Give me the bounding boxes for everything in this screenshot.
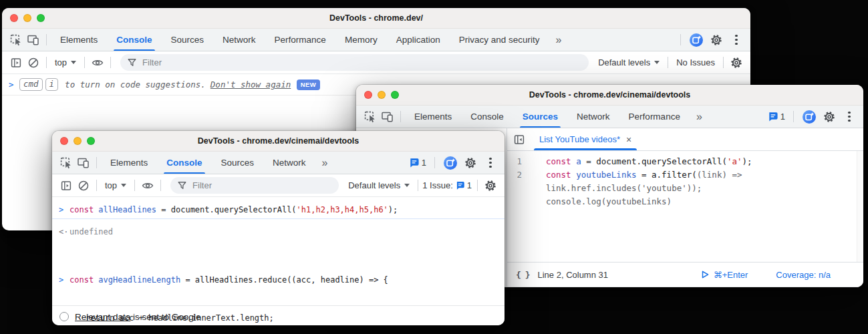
divider bbox=[793, 111, 794, 122]
console-input-entry: >const allHeadlines = document.querySele… bbox=[52, 201, 504, 219]
panel-tab-bar: Elements Console Sources Network Perform… bbox=[356, 106, 863, 128]
i-key: i bbox=[45, 78, 59, 91]
issues-status[interactable]: 1 Issue: 1 bbox=[422, 180, 472, 190]
filter-input[interactable]: Filter bbox=[170, 177, 339, 194]
filter-input[interactable]: Filter bbox=[120, 54, 589, 71]
divider bbox=[134, 180, 135, 191]
tab-privacy-security[interactable]: Privacy and security bbox=[458, 29, 541, 51]
tab-application[interactable]: Application bbox=[395, 29, 442, 51]
tab-console[interactable]: Console bbox=[469, 106, 505, 128]
console-settings-gear-icon[interactable] bbox=[482, 178, 499, 194]
tab-console[interactable]: Console bbox=[115, 29, 153, 51]
more-tabs-chevron-icon[interactable]: » bbox=[322, 157, 327, 169]
zoom-button[interactable] bbox=[87, 137, 95, 145]
device-toolbar-icon[interactable] bbox=[25, 32, 42, 48]
navigator-toggle-icon[interactable] bbox=[507, 128, 531, 150]
console-sidebar-icon[interactable] bbox=[7, 55, 25, 71]
issues-counter[interactable]: 1 bbox=[408, 157, 426, 168]
settings-gear-icon[interactable] bbox=[821, 109, 838, 125]
tab-performance[interactable]: Performance bbox=[627, 106, 682, 128]
divider bbox=[723, 57, 724, 68]
file-tab-strip: List YouTube videos* × bbox=[507, 128, 863, 151]
cmd-key: cmd bbox=[19, 78, 43, 91]
kebab-menu-icon[interactable] bbox=[841, 109, 858, 125]
close-button[interactable] bbox=[10, 14, 18, 22]
code-line: console.log(youtubeLinks) bbox=[507, 195, 863, 208]
tab-elements[interactable]: Elements bbox=[413, 106, 453, 128]
minimize-button[interactable] bbox=[74, 137, 82, 145]
traffic-lights bbox=[60, 131, 95, 151]
close-button[interactable] bbox=[60, 137, 68, 145]
hint-text: to turn on code suggestions. bbox=[65, 79, 206, 90]
filter-funnel-icon bbox=[127, 57, 137, 67]
context-selector[interactable]: top bbox=[55, 57, 76, 67]
tab-sources[interactable]: Sources bbox=[220, 152, 256, 174]
tab-console[interactable]: Console bbox=[165, 152, 203, 174]
file-tab-label: List YouTube videos* bbox=[539, 134, 620, 144]
issues-status[interactable]: No Issues bbox=[676, 57, 715, 67]
pretty-print-icon[interactable]: { } bbox=[516, 270, 529, 280]
live-expression-eye-icon[interactable] bbox=[89, 55, 106, 71]
device-toolbar-icon[interactable] bbox=[379, 109, 396, 125]
tab-sources[interactable]: Sources bbox=[170, 29, 206, 51]
device-toolbar-icon[interactable] bbox=[75, 155, 92, 171]
kebab-menu-icon[interactable] bbox=[482, 155, 499, 171]
ai-assistance-icon[interactable] bbox=[801, 109, 818, 125]
editor-pane: List YouTube videos* × 1const a = docume… bbox=[507, 128, 863, 287]
kebab-menu-icon[interactable] bbox=[728, 32, 745, 48]
title-bar[interactable]: DevTools - chrome.dev/ bbox=[2, 8, 750, 29]
filter-funnel-icon bbox=[177, 180, 187, 190]
log-levels-dropdown[interactable]: Default levels bbox=[598, 57, 660, 67]
zoom-button[interactable] bbox=[37, 14, 45, 22]
settings-gear-icon[interactable] bbox=[462, 155, 479, 171]
divider bbox=[477, 180, 478, 191]
chevron-down-icon bbox=[654, 61, 660, 64]
more-tabs-chevron-icon[interactable]: » bbox=[556, 34, 561, 46]
clear-console-icon[interactable] bbox=[75, 178, 92, 194]
minimize-button[interactable] bbox=[23, 14, 31, 22]
console-settings-gear-icon[interactable] bbox=[728, 55, 745, 71]
issues-counter[interactable]: 1 bbox=[767, 111, 785, 122]
tab-network[interactable]: Network bbox=[271, 152, 307, 174]
console-sidebar-icon[interactable] bbox=[57, 178, 75, 194]
code-editor[interactable]: 1const a = document.querySelectorAll('a'… bbox=[507, 151, 863, 262]
console-log[interactable]: >const allHeadlines = document.querySele… bbox=[52, 197, 504, 305]
run-snippet-button[interactable]: ⌘+Enter bbox=[702, 270, 748, 280]
context-selector[interactable]: top bbox=[105, 180, 126, 190]
tab-sources[interactable]: Sources bbox=[521, 106, 559, 128]
tab-memory[interactable]: Memory bbox=[343, 29, 379, 51]
file-tab-snippet[interactable]: List YouTube videos* × bbox=[531, 128, 639, 150]
coverage-link[interactable]: Coverage: n/a bbox=[776, 270, 831, 280]
scrollbar[interactable] bbox=[857, 151, 863, 262]
relevant-data-link[interactable]: Relevant data bbox=[75, 312, 130, 322]
tab-network[interactable]: Network bbox=[575, 106, 611, 128]
tab-performance[interactable]: Performance bbox=[273, 29, 327, 51]
inspect-element-icon[interactable] bbox=[57, 155, 75, 171]
divider bbox=[160, 180, 161, 191]
live-expression-eye-icon[interactable] bbox=[139, 178, 156, 194]
divider bbox=[110, 57, 111, 68]
more-tabs-chevron-icon[interactable]: » bbox=[696, 111, 702, 123]
dont-show-again-link[interactable]: Don't show again bbox=[210, 79, 291, 90]
title-bar[interactable]: DevTools - chrome.dev/cinemai/devtools bbox=[52, 131, 504, 152]
traffic-lights bbox=[10, 8, 45, 28]
console-result-entry: <·undefined bbox=[52, 223, 504, 240]
console-prompt: > bbox=[9, 79, 19, 90]
close-icon[interactable]: × bbox=[626, 135, 631, 144]
inspect-element-icon[interactable] bbox=[361, 109, 379, 125]
ai-assistance-icon[interactable] bbox=[688, 32, 705, 48]
inspect-element-icon[interactable] bbox=[7, 32, 25, 48]
panel-tab-bar: Elements Console Sources Network Perform… bbox=[2, 29, 750, 51]
clear-console-icon[interactable] bbox=[25, 55, 42, 71]
settings-gear-icon[interactable] bbox=[708, 32, 725, 48]
title-bar[interactable]: DevTools - chrome.dev/cinemai/devtools bbox=[356, 85, 863, 106]
minimize-button[interactable] bbox=[378, 91, 386, 99]
tab-elements[interactable]: Elements bbox=[59, 29, 99, 51]
zoom-button[interactable] bbox=[391, 91, 399, 99]
ai-assistance-icon[interactable] bbox=[442, 155, 459, 171]
close-button[interactable] bbox=[364, 91, 372, 99]
tab-network[interactable]: Network bbox=[221, 29, 257, 51]
tab-elements[interactable]: Elements bbox=[109, 152, 149, 174]
divider bbox=[46, 34, 47, 45]
log-levels-dropdown[interactable]: Default levels bbox=[348, 180, 410, 190]
